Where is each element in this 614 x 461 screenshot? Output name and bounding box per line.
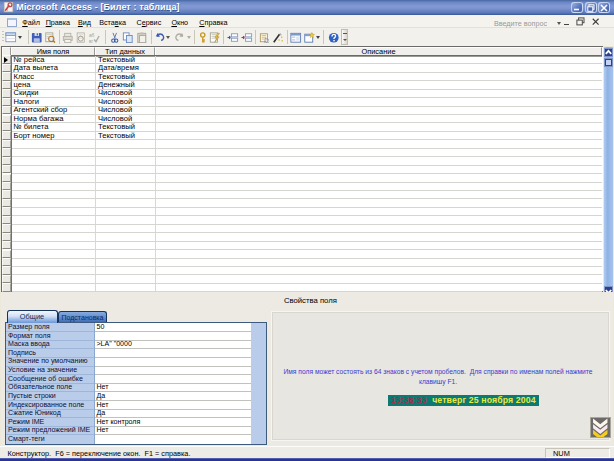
- svg-text:вг: вг: [89, 38, 94, 43]
- svg-text:аб: аб: [89, 33, 95, 38]
